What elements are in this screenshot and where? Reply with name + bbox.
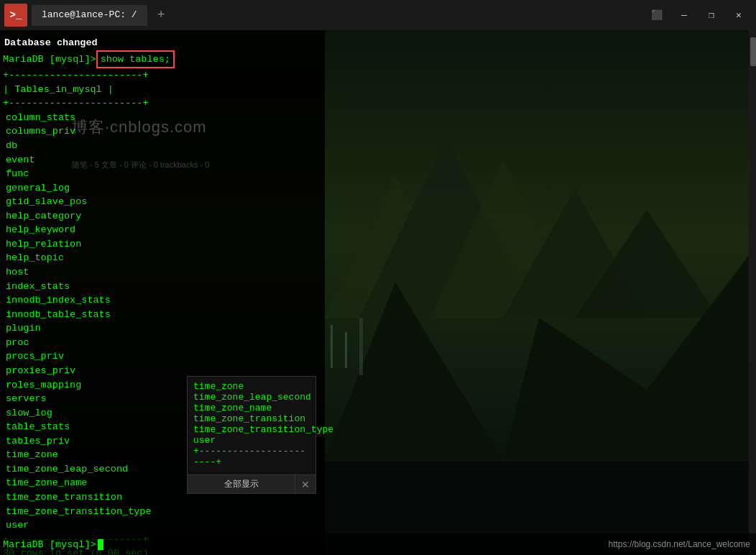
active-tab[interactable]: lance@lance-PC: / [32, 5, 147, 26]
table-row: time_zone_transition_type [3, 505, 325, 519]
popup-divider: +-----------------------+ [193, 446, 310, 467]
table-row: help_relation [3, 237, 325, 252]
close-button[interactable]: ✕ [726, 4, 752, 26]
table-row: db [3, 139, 325, 153]
bottom-url: https://blog.csdn.net/Lance_welcome [609, 539, 756, 549]
popup-buttons: 全部显示 ✕ [188, 474, 315, 493]
table-header: | Tables_in_mysql | [3, 83, 325, 97]
popup-row: time_zone_transition_type [193, 424, 310, 435]
bottom-bar: MariaDB [mysql]> https://blog.csdn.net/L… [0, 533, 756, 555]
full-display-button[interactable]: 全部显示 [188, 475, 295, 493]
titlebar: >_ lance@lance-PC: / + ⬛ — ❐ ✕ [0, 0, 756, 30]
table-row: procs_priv [3, 349, 325, 364]
table-row: plugin [3, 321, 325, 336]
svg-rect-8 [331, 325, 333, 368]
maximize-button[interactable]: ⬛ [644, 4, 670, 26]
table-row: help_keyword [3, 223, 325, 237]
table-row: column_stats [3, 111, 325, 125]
table-row: proc [3, 336, 325, 350]
popup-row: time_zone [193, 381, 310, 392]
divider-top: +-----------------------+ [3, 68, 325, 83]
svg-rect-9 [345, 332, 347, 368]
app-icon: >_ [4, 4, 27, 27]
table-row: help_topic [3, 251, 325, 265]
restore-button[interactable]: ❐ [699, 4, 724, 26]
table-row: innodb_table_stats [3, 308, 325, 322]
popup-close-button[interactable]: ✕ [295, 475, 315, 493]
svg-rect-10 [359, 318, 363, 375]
divider-mid: +-----------------------+ [3, 96, 325, 111]
table-row: host [3, 265, 325, 280]
scrollbar-thumb[interactable] [750, 37, 756, 66]
popup-row: time_zone_leap_second [193, 392, 310, 403]
table-row: general_log [3, 181, 325, 196]
prompt-text: MariaDB [mysql]> [3, 52, 96, 67]
table-row: event [3, 153, 325, 168]
command-line: MariaDB [mysql]> show tables; [3, 50, 325, 69]
popup-content: time_zone time_zone_leap_second time_zon… [188, 377, 315, 472]
bottom-prompt-text: MariaDB [mysql]> [3, 539, 96, 550]
table-row: func [3, 167, 325, 181]
popup-row: user [193, 435, 310, 446]
app-icon-label: >_ [10, 9, 22, 21]
minimize-button[interactable]: — [671, 4, 697, 26]
table-row: index_stats [3, 280, 325, 294]
popup-row: time_zone_name [193, 403, 310, 413]
command-box: show tables; [96, 50, 175, 69]
table-row: help_category [3, 209, 325, 224]
cursor [98, 539, 103, 550]
table-row: gtid_slave_pos [3, 195, 325, 209]
terminal-scrollbar[interactable] [749, 30, 756, 555]
table-row: user [3, 518, 325, 533]
new-tab-button[interactable]: + [153, 8, 170, 22]
table-row: columns_priv [3, 124, 325, 139]
db-changed-line: Database changed [3, 36, 325, 50]
bottom-prompt: MariaDB [mysql]> [0, 539, 103, 550]
popup-row: time_zone_transition [193, 413, 310, 424]
popup-panel: time_zone time_zone_leap_second time_zon… [187, 376, 316, 494]
window-controls: ⬛ — ❐ ✕ [644, 4, 752, 26]
table-row: innodb_index_stats [3, 293, 325, 308]
